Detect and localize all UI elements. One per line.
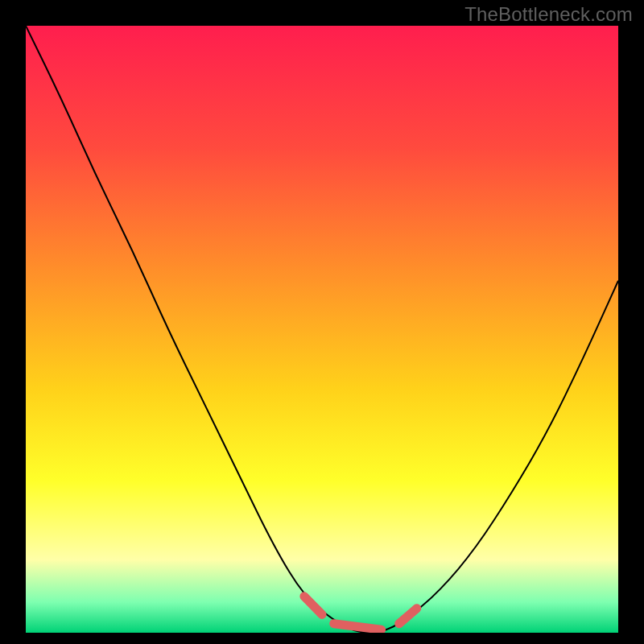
- plot-background: [26, 26, 618, 633]
- bottleneck-chart: [0, 0, 644, 644]
- chart-stage: TheBottleneck.com: [0, 0, 644, 644]
- watermark-text: TheBottleneck.com: [464, 3, 633, 26]
- highlight-segment: [334, 624, 382, 630]
